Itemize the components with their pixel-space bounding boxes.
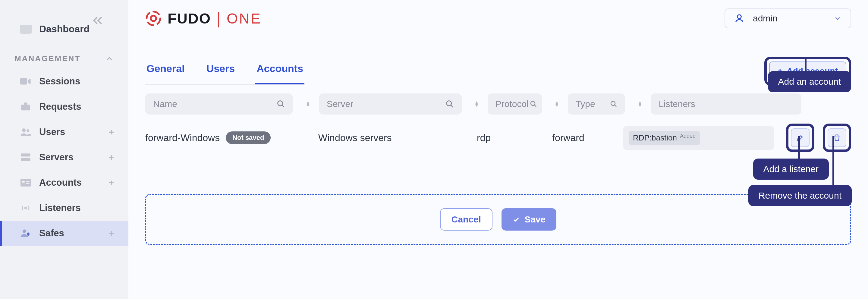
callout-highlight-edit xyxy=(786,124,814,152)
type-value: forward xyxy=(552,132,584,144)
filter-listeners[interactable]: Listeners xyxy=(651,93,801,115)
sidebar-item-dashboard[interactable]: Dashboard xyxy=(0,12,128,46)
listener-label: RDP:bastion xyxy=(633,133,677,143)
svg-rect-5 xyxy=(21,153,30,156)
sidebar-item-accounts[interactable]: Accounts + xyxy=(0,170,128,195)
chevron-up-icon xyxy=(105,54,114,63)
sidebar-group-label: MANAGEMENT xyxy=(14,54,81,63)
callout-add-account: Add an account xyxy=(768,71,851,92)
filter-server[interactable]: Server xyxy=(319,93,462,115)
cancel-label: Cancel xyxy=(452,214,481,225)
svg-point-11 xyxy=(25,207,27,209)
filter-name[interactable]: Name xyxy=(145,93,293,115)
brand-name: FUDO xyxy=(167,10,211,27)
sidebar-item-sessions[interactable]: Sessions xyxy=(0,69,128,94)
camera-icon xyxy=(20,77,31,86)
brand-variant: ONE xyxy=(227,10,261,27)
column-filters: Name ▲▼ Server ▲▼ Protocol ▲▼ xyxy=(145,93,851,115)
tab-accounts[interactable]: Accounts xyxy=(255,57,304,84)
cell-server: Windows servers xyxy=(318,132,468,144)
server-name: Windows servers xyxy=(318,132,392,144)
sidebar-item-label: Sessions xyxy=(39,76,80,87)
svg-point-14 xyxy=(738,15,741,19)
sidebar-item-requests[interactable]: Requests xyxy=(0,94,128,119)
save-button[interactable]: Save xyxy=(501,208,556,231)
svg-rect-1 xyxy=(21,104,30,110)
check-icon xyxy=(513,215,520,223)
svg-rect-7 xyxy=(21,179,31,186)
delete-account-button[interactable] xyxy=(828,128,846,147)
sidebar-collapse-icon[interactable] xyxy=(91,14,104,27)
callout-connector xyxy=(798,136,800,159)
sidebar-item-servers[interactable]: Servers + xyxy=(0,145,128,170)
shield-user-icon xyxy=(20,229,31,238)
edit-listener-button[interactable] xyxy=(791,128,809,147)
row-actions xyxy=(786,124,851,152)
svg-point-3 xyxy=(22,128,26,132)
callout-add-listener: Add a listener xyxy=(753,158,829,180)
cell-name: forward-Windows Not saved xyxy=(145,131,310,144)
save-label: Save xyxy=(524,214,546,225)
svg-rect-2 xyxy=(24,102,27,104)
brand-logo-icon xyxy=(145,10,161,27)
sidebar-item-users[interactable]: Users + xyxy=(0,119,128,145)
callout-remove-account: Remove the account xyxy=(748,185,852,206)
sidebar-item-label: Servers xyxy=(39,152,73,163)
sidebar-group-management[interactable]: MANAGEMENT xyxy=(0,46,128,69)
tab-general[interactable]: General xyxy=(145,57,186,84)
plus-icon[interactable]: + xyxy=(108,178,114,188)
filter-label: Listeners xyxy=(658,99,695,109)
sidebar-item-listeners[interactable]: Listeners xyxy=(0,195,128,221)
tabs: General Users Accounts xyxy=(145,57,304,85)
svg-point-15 xyxy=(278,101,283,106)
callout-connector xyxy=(832,136,834,186)
dashboard-icon xyxy=(20,25,32,34)
topbar: FUDO | ONE admin xyxy=(145,8,851,33)
filter-type[interactable]: Type xyxy=(568,93,625,115)
filter-label: Type xyxy=(576,99,595,109)
svg-point-18 xyxy=(611,101,615,106)
sort-server[interactable]: ▲▼ xyxy=(474,101,479,107)
filter-label: Protocol xyxy=(495,99,529,109)
user-menu[interactable]: admin xyxy=(724,8,851,28)
sort-name[interactable]: ▲▼ xyxy=(306,101,310,107)
svg-point-13 xyxy=(151,16,156,21)
svg-point-12 xyxy=(23,229,26,233)
cell-protocol: rdp xyxy=(477,132,544,144)
briefcase-icon xyxy=(20,102,31,111)
plus-icon[interactable]: + xyxy=(108,228,114,238)
sidebar-item-safes[interactable]: Safes + xyxy=(0,221,128,246)
svg-point-16 xyxy=(446,101,451,106)
sort-type[interactable]: ▲▼ xyxy=(638,101,643,107)
protocol-value: rdp xyxy=(477,132,491,144)
svg-rect-0 xyxy=(20,78,27,85)
filter-protocol[interactable]: Protocol xyxy=(488,93,542,115)
listener-chip[interactable]: RDP:bastion Added xyxy=(629,131,700,145)
svg-point-4 xyxy=(27,129,29,132)
plus-icon[interactable]: + xyxy=(108,152,114,162)
table-row: forward-Windows Not saved Windows server… xyxy=(145,124,851,152)
search-icon xyxy=(445,100,454,108)
sidebar-item-label: Listeners xyxy=(39,203,81,213)
callout-connector xyxy=(805,59,807,72)
cancel-button[interactable]: Cancel xyxy=(440,208,493,231)
sidebar-item-label: Safes xyxy=(39,228,64,239)
servers-icon xyxy=(20,153,31,162)
svg-rect-6 xyxy=(21,158,30,161)
filter-label: Server xyxy=(327,99,353,109)
search-icon xyxy=(610,100,617,108)
search-icon xyxy=(277,100,285,108)
sidebar-item-label: Accounts xyxy=(39,177,82,188)
chevron-down-icon xyxy=(834,14,841,22)
brand: FUDO | ONE xyxy=(145,9,261,28)
svg-point-8 xyxy=(22,181,25,183)
form-actions: Cancel Save xyxy=(145,194,851,245)
sort-protocol[interactable]: ▲▼ xyxy=(555,101,559,107)
sidebar-item-label: Requests xyxy=(39,101,82,112)
callout-highlight-delete xyxy=(823,124,851,152)
svg-point-17 xyxy=(531,101,535,106)
plus-icon[interactable]: + xyxy=(108,127,114,137)
tab-users[interactable]: Users xyxy=(205,57,236,84)
cell-listeners[interactable]: RDP:bastion Added xyxy=(623,126,774,150)
main-content: FUDO | ONE admin General Users Accounts xyxy=(128,0,868,299)
